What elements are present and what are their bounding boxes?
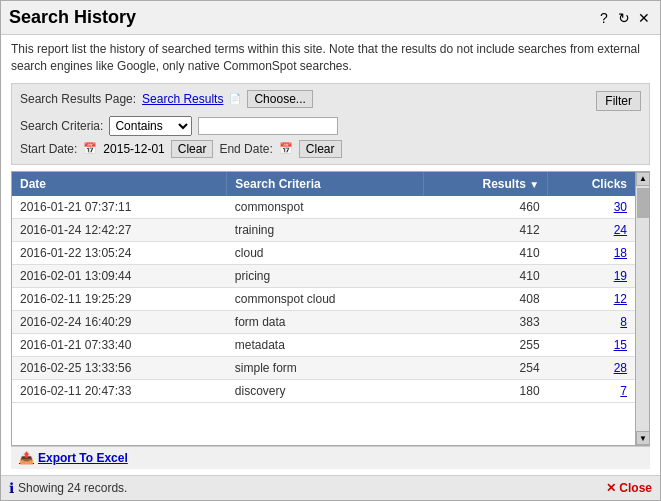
cell-criteria: metadata xyxy=(227,333,424,356)
description-text: This report list the history of searched… xyxy=(11,41,650,75)
cell-date: 2016-02-11 20:47:33 xyxy=(12,379,227,402)
cell-clicks[interactable]: 18 xyxy=(548,241,635,264)
end-date-clear-button[interactable]: Clear xyxy=(299,140,342,158)
export-icon: 📤 xyxy=(19,451,34,465)
clicks-link[interactable]: 7 xyxy=(620,384,627,398)
cell-clicks[interactable]: 24 xyxy=(548,218,635,241)
table-row: 2016-02-11 20:47:33discovery1807 xyxy=(12,379,635,402)
scroll-thumb[interactable] xyxy=(637,188,649,218)
cell-clicks[interactable]: 28 xyxy=(548,356,635,379)
cell-clicks[interactable]: 30 xyxy=(548,196,635,219)
cell-clicks[interactable]: 7 xyxy=(548,379,635,402)
cell-date: 2016-01-22 13:05:24 xyxy=(12,241,227,264)
cell-date: 2016-01-24 12:42:27 xyxy=(12,218,227,241)
filter-top-row: Search Results Page: Search Results 📄 Ch… xyxy=(20,90,641,112)
criteria-label: Search Criteria: xyxy=(20,119,103,133)
cell-date: 2016-02-24 16:40:29 xyxy=(12,310,227,333)
cell-results: 410 xyxy=(424,264,548,287)
sort-arrow-results: ▼ xyxy=(529,179,539,190)
status-text: Showing 24 records. xyxy=(18,481,127,495)
close-label: Close xyxy=(619,481,652,495)
close-button[interactable]: ✕ Close xyxy=(606,481,652,495)
cell-criteria: training xyxy=(227,218,424,241)
clicks-link[interactable]: 18 xyxy=(614,246,627,260)
cell-results: 254 xyxy=(424,356,548,379)
cell-criteria: simple form xyxy=(227,356,424,379)
cell-results: 408 xyxy=(424,287,548,310)
cell-results: 460 xyxy=(424,196,548,219)
end-date-label: End Date: xyxy=(219,142,272,156)
cell-results: 255 xyxy=(424,333,548,356)
cell-criteria: cloud xyxy=(227,241,424,264)
refresh-icon[interactable]: ↻ xyxy=(616,10,632,26)
col-criteria[interactable]: Search Criteria xyxy=(227,172,424,196)
cell-criteria: pricing xyxy=(227,264,424,287)
col-clicks[interactable]: Clicks xyxy=(548,172,635,196)
clicks-link[interactable]: 30 xyxy=(614,200,627,214)
page-title: Search History xyxy=(9,7,136,28)
criteria-row: Search Criteria: Contains Starts With En… xyxy=(20,116,641,136)
cell-criteria: commonspot cloud xyxy=(227,287,424,310)
cell-clicks[interactable]: 8 xyxy=(548,310,635,333)
cell-results: 410 xyxy=(424,241,548,264)
table-row: 2016-01-21 07:37:11commonspot46030 xyxy=(12,196,635,219)
export-label: Export To Excel xyxy=(38,451,128,465)
scroll-up-arrow[interactable]: ▲ xyxy=(636,172,649,186)
footer-bar: 📤 Export To Excel xyxy=(11,446,650,469)
results-page-link[interactable]: Search Results xyxy=(142,92,223,106)
table-scroll-area[interactable]: Date Search Criteria Results ▼ Clicks 20… xyxy=(12,172,635,445)
main-content: This report list the history of searched… xyxy=(1,35,660,475)
table-row: 2016-02-25 13:33:56simple form25428 xyxy=(12,356,635,379)
cell-date: 2016-02-11 19:25:29 xyxy=(12,287,227,310)
close-window-icon[interactable]: ✕ xyxy=(636,10,652,26)
cell-clicks[interactable]: 12 xyxy=(548,287,635,310)
help-icon[interactable]: ? xyxy=(596,10,612,26)
status-text-area: ℹ Showing 24 records. xyxy=(9,480,127,496)
cell-criteria: discovery xyxy=(227,379,424,402)
criteria-input[interactable] xyxy=(198,117,338,135)
results-page-row: Search Results Page: Search Results 📄 Ch… xyxy=(20,90,313,108)
scrollbar[interactable]: ▲ ▼ xyxy=(635,172,649,445)
title-icons: ? ↻ ✕ xyxy=(596,10,652,26)
choose-button[interactable]: Choose... xyxy=(247,90,312,108)
page-icon: 📄 xyxy=(229,93,241,104)
start-date-clear-button[interactable]: Clear xyxy=(171,140,214,158)
col-results[interactable]: Results ▼ xyxy=(424,172,548,196)
clicks-link[interactable]: 8 xyxy=(620,315,627,329)
clicks-link[interactable]: 24 xyxy=(614,223,627,237)
filter-button[interactable]: Filter xyxy=(596,91,641,111)
clicks-link[interactable]: 28 xyxy=(614,361,627,375)
criteria-select[interactable]: Contains Starts With Ends With Equals xyxy=(109,116,192,136)
clicks-link[interactable]: 19 xyxy=(614,269,627,283)
table-row: 2016-02-24 16:40:29form data3838 xyxy=(12,310,635,333)
info-icon: ℹ xyxy=(9,480,14,496)
table-body: 2016-01-21 07:37:11commonspot460302016-0… xyxy=(12,196,635,403)
cell-criteria: form data xyxy=(227,310,424,333)
table-row: 2016-01-21 07:33:40metadata25515 xyxy=(12,333,635,356)
scroll-down-arrow[interactable]: ▼ xyxy=(636,431,649,445)
cell-clicks[interactable]: 15 xyxy=(548,333,635,356)
start-date-value: 2015-12-01 xyxy=(103,142,164,156)
cell-results: 180 xyxy=(424,379,548,402)
end-date-icon[interactable]: 📅 xyxy=(279,142,293,155)
cell-results: 383 xyxy=(424,310,548,333)
table-row: 2016-02-11 19:25:29commonspot cloud40812 xyxy=(12,287,635,310)
date-row: Start Date: 📅 2015-12-01 Clear End Date:… xyxy=(20,140,641,158)
clicks-link[interactable]: 15 xyxy=(614,338,627,352)
table-row: 2016-02-01 13:09:44pricing41019 xyxy=(12,264,635,287)
table-row: 2016-01-24 12:42:27training41224 xyxy=(12,218,635,241)
results-table: Date Search Criteria Results ▼ Clicks 20… xyxy=(12,172,635,403)
title-bar: Search History ? ↻ ✕ xyxy=(1,1,660,35)
cell-date: 2016-02-01 13:09:44 xyxy=(12,264,227,287)
cell-date: 2016-02-25 13:33:56 xyxy=(12,356,227,379)
table-header-row: Date Search Criteria Results ▼ Clicks xyxy=(12,172,635,196)
search-history-window: Search History ? ↻ ✕ This report list th… xyxy=(0,0,661,501)
col-date[interactable]: Date xyxy=(12,172,227,196)
start-date-label: Start Date: xyxy=(20,142,77,156)
close-x-icon: ✕ xyxy=(606,481,616,495)
cell-clicks[interactable]: 19 xyxy=(548,264,635,287)
table-row: 2016-01-22 13:05:24cloud41018 xyxy=(12,241,635,264)
start-date-icon[interactable]: 📅 xyxy=(83,142,97,155)
export-excel-link[interactable]: 📤 Export To Excel xyxy=(19,451,128,465)
clicks-link[interactable]: 12 xyxy=(614,292,627,306)
